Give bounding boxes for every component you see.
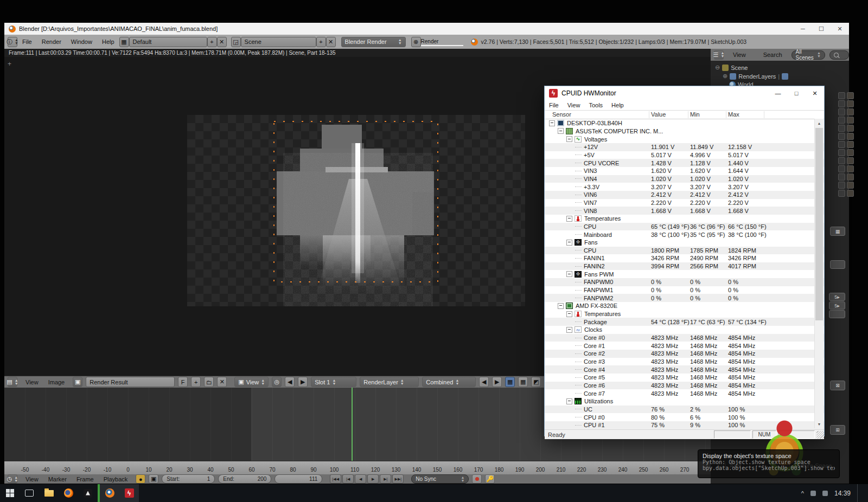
tray-icon[interactable] [810,491,816,496]
frame-end-field[interactable]: End:200 [218,474,271,484]
next-slot-arrow[interactable]: ▶ [298,377,308,387]
record-button[interactable] [472,474,482,484]
menu-file[interactable]: File [17,38,37,45]
outliner-restrict-toggles[interactable] [838,165,854,172]
sensor-row[interactable]: +3.3V3.207 V3.207 V3.207 V [545,183,824,191]
render-engine-select[interactable]: Blender Render▲▼ [341,37,406,47]
sensor-row[interactable]: VIN72.220 V2.220 V2.220 V [545,199,824,207]
sensor-row[interactable]: Core #34823 MHz1468 MHz4854 MHz [545,358,824,366]
render-pass-select[interactable]: Combined ▲▼ [422,377,476,387]
delete-layout-button[interactable]: ✕ [217,37,227,47]
prev-slot-arrow[interactable]: ◀ [285,377,295,387]
region-expand-icon[interactable]: + [8,60,11,68]
sensor-row[interactable]: DESKTOP-03LB40H [545,119,820,127]
sensor-row[interactable]: Core #64823 MHz1468 MHz4854 MHz [545,382,824,390]
menu-playback[interactable]: Playback [99,476,133,482]
collapse-icon[interactable] [566,216,572,222]
jump-next-keyframe-button[interactable]: ▶| [380,474,391,484]
collapse-icon[interactable] [558,303,564,309]
pin-icon[interactable]: ◎ [272,377,282,387]
tray-icon[interactable] [822,491,828,496]
slot-select[interactable]: Slot 1 ▲▼ [311,377,356,387]
view-dropdown[interactable]: ▣ View ▲▼ [234,377,269,387]
hwmonitor-titlebar[interactable]: ϟ CPUID HWMonitor — □ ✕ [545,86,824,100]
sensor-row[interactable]: ✣Fans PWM [545,270,824,278]
editor-type-icon[interactable]: ☰▲▼ [714,50,724,60]
minimize-button[interactable]: — [769,87,787,99]
selectable-toggle-icon[interactable] [838,173,845,181]
sensor-row[interactable]: Package54 °C (128 °F)17 °C (63 °F)57 °C … [545,318,824,326]
scroll-thumb[interactable] [815,128,823,320]
selectable-toggle-icon[interactable] [838,108,845,115]
menu-marker[interactable]: Marker [43,476,72,482]
render-toggle-icon[interactable] [847,149,854,156]
menu-image[interactable]: Image [43,379,70,385]
sensor-row[interactable]: FANIN13426 RPM2490 RPM3426 RPM [545,254,824,262]
render-toggle-icon[interactable] [847,92,854,99]
outliner-item-scene[interactable]: ⊖ Scene [715,64,748,71]
blender-titlebar[interactable]: Blender [D:\Arquivos_Importantes\ANIMACA… [4,23,849,35]
sensor-row[interactable]: +5V5.017 V4.996 V5.017 V [545,151,824,159]
sensor-row[interactable]: ASUSTeK COMPUTER INC. M... [545,127,824,136]
dark-app-button[interactable] [78,484,98,502]
sensor-row[interactable]: Core #14823 MHz1468 MHz4854 MHz [545,342,824,350]
keying-set-icon[interactable]: 🔑 [485,474,495,484]
screen-layout-icon[interactable]: ▦ [119,37,129,47]
menu-view[interactable]: View [563,102,585,108]
render-toggle-icon[interactable] [847,117,854,124]
scene-icon[interactable]: ◲ [231,37,241,47]
maximize-button[interactable]: ☐ [812,23,831,35]
tray-chevron-icon[interactable]: ^ [801,490,804,497]
new-image-button[interactable]: + [191,377,201,387]
properties-value-field[interactable]: 5 ▸ [829,301,845,310]
cancel-render-icon[interactable]: ⊗ [411,37,421,47]
selectable-toggle-icon[interactable] [838,133,845,140]
play-button[interactable]: ▶ [367,474,379,484]
properties-grid-icon[interactable]: ⊞ [830,425,845,435]
jump-to-start-button[interactable]: |◀◀ [330,474,341,484]
render-toggle-icon[interactable] [847,173,854,181]
selectable-toggle-icon[interactable] [838,100,845,107]
sensor-row[interactable]: Core #24823 MHz1468 MHz4854 MHz [545,350,824,358]
lock-icon[interactable]: ▣ [149,474,158,484]
alpha-channel-toggle[interactable]: ▦ [518,377,528,387]
sensor-row[interactable]: ∿Voltages [545,135,824,143]
scrollbar[interactable]: ▲ ▼ [814,119,824,428]
outliner-restrict-toggles[interactable] [838,182,854,189]
sensor-row[interactable]: Temperatures [545,310,824,318]
sensor-row[interactable]: VIN81.668 V1.668 V1.668 V [545,207,824,215]
collapse-icon[interactable] [566,271,572,277]
outliner-item-renderlayers[interactable]: ⊕ RenderLayers| [723,73,788,80]
render-toggle-icon[interactable] [847,165,854,172]
outliner-restrict-toggles[interactable] [838,125,854,132]
sensor-row[interactable]: VIN62.412 V2.412 V2.412 V [545,191,824,199]
menu-help[interactable]: Help [607,102,628,108]
image-datablock-field[interactable]: Render Result [86,377,175,387]
menu-help[interactable]: Help [97,38,119,45]
render-layer-select[interactable]: RenderLayer ▲▼ [360,377,419,387]
delete-scene-button[interactable]: ✕ [326,37,336,47]
hwmonitor-column-header[interactable]: Sensor Value Min Max [545,111,824,119]
image-datablock-icon[interactable]: ▣ [73,377,82,387]
prev-pass-arrow[interactable]: ◀ [479,377,489,387]
open-image-button[interactable]: 🗀 [204,377,214,387]
current-frame-field[interactable]: 111 [275,474,322,484]
jump-to-end-button[interactable]: ▶▶| [392,474,404,484]
menu-view[interactable]: View [21,379,43,385]
collapse-icon[interactable] [566,311,572,317]
sensor-row[interactable]: Mainboard38 °C (100 °F)35 °C (95 °F)38 °… [545,230,824,239]
outliner-filter-select[interactable]: All Scenes▲▼ [792,50,825,60]
collapse-icon[interactable] [566,136,572,142]
sensor-row[interactable]: FANPWM00 %0 %0 % [545,278,824,286]
menu-view[interactable]: View [21,476,43,482]
selectable-toggle-icon[interactable] [838,190,845,197]
sensor-row[interactable]: Core #54823 MHz1468 MHz4854 MHz [545,374,824,382]
collapse-icon[interactable] [566,240,572,246]
selectable-toggle-icon[interactable] [838,165,845,172]
minimize-button[interactable]: ─ [794,23,812,35]
timeline-ruler[interactable]: -50-40-30-20-100102030405060708090100110… [4,461,711,475]
outliner-restrict-toggles[interactable] [838,190,854,197]
outliner-restrict-toggles[interactable] [838,108,854,115]
scene-field[interactable]: Scene [241,37,316,47]
collapse-icon[interactable] [566,398,572,404]
